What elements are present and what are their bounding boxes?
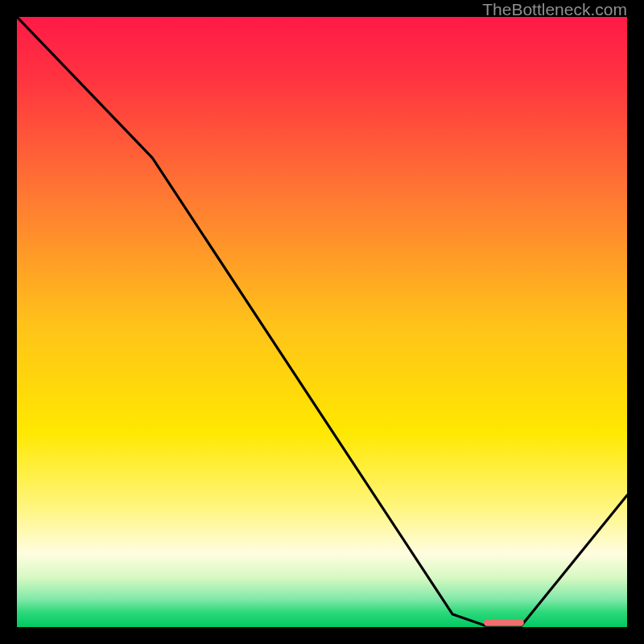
chart-frame (17, 17, 627, 627)
gradient-background (17, 17, 627, 627)
optimal-marker (484, 620, 524, 626)
watermark-text: TheBottleneck.com (482, 0, 627, 19)
bottleneck-chart (17, 17, 627, 627)
